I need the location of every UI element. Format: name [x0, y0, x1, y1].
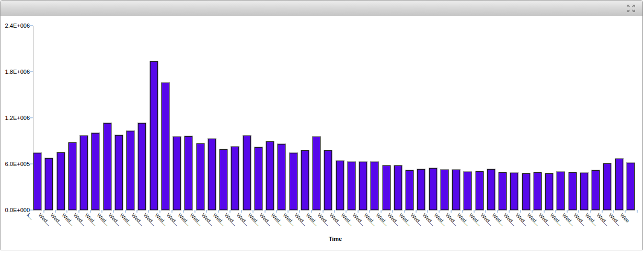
bar[interactable]	[580, 173, 588, 210]
bar[interactable]	[57, 152, 65, 210]
visualization-panel: 0.0E+0006.0E+0051.2E+0061.8E+0062.4E+006…	[0, 0, 643, 250]
x-axis-tick-mark	[567, 210, 568, 213]
x-axis-tick-mark	[334, 210, 335, 213]
x-axis-tick-mark	[346, 210, 347, 213]
bar[interactable]	[138, 123, 146, 210]
bar[interactable]	[313, 137, 320, 210]
x-axis-tick-mark	[113, 210, 114, 213]
x-axis-tick-mark	[78, 210, 79, 213]
bar[interactable]	[359, 162, 367, 210]
bar[interactable]	[68, 142, 76, 210]
bar[interactable]	[603, 163, 611, 210]
bar[interactable]	[464, 172, 472, 210]
x-axis-tick-label: Wed...	[595, 212, 610, 227]
bar[interactable]	[627, 163, 635, 210]
bar[interactable]	[301, 150, 309, 210]
bar[interactable]	[499, 172, 507, 210]
y-axis-tick-label: 1.8E+006	[3, 69, 30, 75]
x-axis-tick-label: Wed...	[421, 212, 436, 227]
x-axis-tick-mark	[613, 210, 614, 213]
bar[interactable]	[290, 153, 297, 210]
x-axis-tick-mark	[404, 210, 405, 213]
bar[interactable]	[162, 83, 169, 210]
maximize-arrows-icon	[626, 4, 636, 13]
bar[interactable]	[126, 131, 134, 210]
x-axis-tick-label: Wed...	[409, 212, 424, 227]
x-axis-tick-mark	[276, 210, 277, 213]
bar[interactable]	[569, 172, 577, 210]
bar[interactable]	[255, 147, 262, 210]
x-axis-tick-mark	[637, 210, 638, 213]
bar[interactable]	[522, 173, 530, 210]
x-axis-tick-mark	[323, 210, 324, 213]
x-axis-tick-mark	[66, 210, 67, 213]
bar[interactable]	[348, 162, 355, 210]
bar[interactable]	[371, 162, 378, 210]
x-axis-tick-mark	[602, 210, 603, 213]
bar[interactable]	[557, 172, 565, 210]
bar[interactable]	[197, 143, 204, 210]
bar[interactable]	[80, 136, 88, 210]
x-axis-tick-label: Wed...	[468, 212, 482, 227]
x-axis-tick-label: Wed...	[514, 212, 529, 227]
bar[interactable]	[441, 170, 448, 210]
x-axis-tick-mark	[183, 210, 184, 213]
x-axis-tick-mark	[299, 210, 300, 213]
x-axis-tick-mark	[148, 210, 149, 213]
x-axis-tick-mark	[229, 210, 231, 213]
x-axis-tick-label: k...	[26, 212, 34, 221]
bar[interactable]	[33, 153, 41, 210]
x-axis-tick-mark	[252, 210, 254, 213]
bar[interactable]	[324, 150, 332, 210]
x-axis-tick-mark	[55, 210, 56, 213]
bar[interactable]	[383, 165, 390, 210]
maximize-button[interactable]	[626, 4, 636, 13]
bar[interactable]	[534, 172, 542, 210]
bar[interactable]	[150, 61, 158, 210]
x-axis-tick-mark	[43, 210, 44, 213]
bar[interactable]	[278, 144, 285, 210]
bar[interactable]	[208, 139, 216, 210]
bar[interactable]	[220, 149, 227, 210]
x-axis-tick-label: Wed...	[49, 212, 64, 227]
x-axis-tick-mark	[578, 210, 579, 213]
x-axis-tick-mark	[241, 210, 242, 213]
x-axis-tick-label: Wed...	[549, 212, 564, 227]
x-axis-tick-label: Wed...	[37, 212, 52, 227]
bar[interactable]	[615, 159, 623, 210]
bar[interactable]	[91, 133, 99, 210]
bar[interactable]	[545, 173, 553, 210]
x-axis-tick-mark	[392, 210, 393, 213]
bar[interactable]	[231, 147, 239, 210]
bar[interactable]	[104, 123, 111, 210]
x-axis-tick-label: Wed...	[142, 212, 157, 227]
bar[interactable]	[417, 169, 425, 210]
x-axis-tick-label: Wed...	[282, 212, 296, 227]
bar[interactable]	[452, 170, 460, 210]
bar[interactable]	[487, 169, 495, 210]
bar[interactable]	[185, 136, 192, 210]
x-axis-tick-mark	[462, 210, 463, 213]
bar[interactable]	[266, 141, 274, 210]
bar[interactable]	[173, 137, 181, 210]
panel-titlebar	[1, 1, 642, 17]
x-axis-tick-mark	[416, 210, 417, 213]
bar[interactable]	[510, 173, 518, 210]
x-axis-tick-mark	[509, 210, 510, 213]
bar[interactable]	[243, 136, 251, 210]
x-axis-tick-label: Wed...	[456, 212, 470, 227]
bar[interactable]	[406, 170, 413, 210]
bar[interactable]	[394, 165, 402, 210]
bar[interactable]	[592, 170, 600, 210]
x-axis-tick-mark	[625, 210, 626, 213]
x-axis-tick-mark	[101, 210, 102, 213]
x-axis-tick-label: Wed...	[375, 212, 389, 227]
bar[interactable]	[115, 135, 123, 210]
bar[interactable]	[45, 158, 53, 210]
bar[interactable]	[476, 171, 484, 210]
bar[interactable]	[429, 168, 437, 210]
x-axis-tick-mark	[544, 210, 545, 213]
x-axis-tick-mark	[381, 210, 382, 213]
x-axis-tick-mark	[520, 210, 521, 213]
bar[interactable]	[336, 161, 344, 210]
